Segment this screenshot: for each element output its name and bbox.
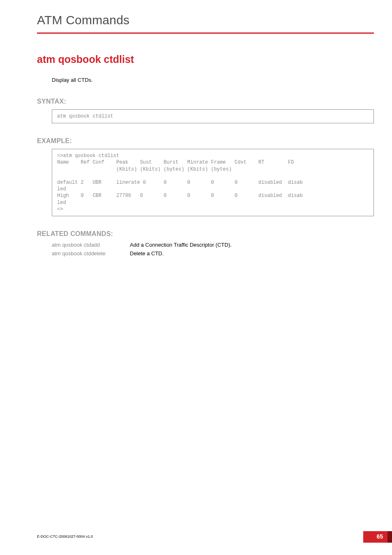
related-command-desc: Delete a CTD. [130,250,164,257]
example-code: =>atm qosbook ctdlist Name Ref Conf Peak… [57,153,369,213]
command-description: Display all CTDs. [52,77,374,83]
command-title: atm qosbook ctdlist [37,53,374,65]
page-number: 65 [376,533,383,540]
related-commands-table: atm qosbook ctdadd Add a Connection Traf… [52,242,374,257]
example-box: =>atm qosbook ctdlist Name Ref Conf Peak… [52,149,374,216]
related-row: atm qosbook ctddelete Delete a CTD. [52,250,374,257]
chapter-title: ATM Commands [37,13,129,27]
related-row: atm qosbook ctdadd Add a Connection Traf… [52,242,374,248]
syntax-heading: SYNTAX: [37,98,374,105]
page: ATM Commands atm qosbook ctdlist Display… [0,0,392,555]
footer-doc-id: E-DOC-CTC-20061027-0004 v1.0 [37,534,93,539]
syntax-code: atm qosbook ctdlist [57,113,369,120]
related-command-link[interactable]: atm qosbook ctdadd [52,242,130,248]
page-tab-edge [387,531,392,543]
related-command-link[interactable]: atm qosbook ctddelete [52,250,130,257]
header-rule [37,32,374,34]
related-heading: RELATED COMMANDS: [37,230,374,238]
content-area: atm qosbook ctdlist Display all CTDs. SY… [37,53,374,259]
example-heading: EXAMPLE: [37,137,374,145]
related-command-desc: Add a Connection Traffic Descriptor (CTD… [130,242,232,248]
syntax-box: atm qosbook ctdlist [52,109,374,123]
page-number-tab: 65 [356,531,392,543]
